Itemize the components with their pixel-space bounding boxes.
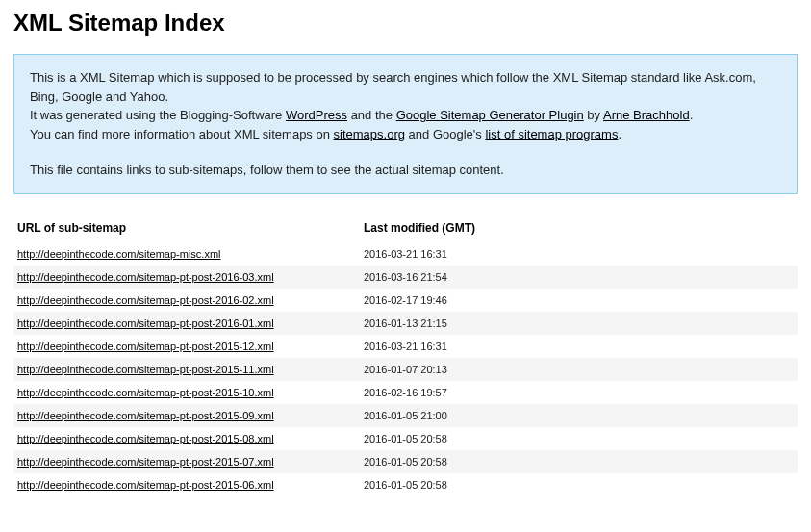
link-sitemaps-org[interactable]: sitemaps.org [334, 127, 405, 141]
info-text: . [690, 108, 694, 122]
cell-modified: 2016-03-16 21:54 [360, 266, 798, 289]
table-row: http://deepinthecode.com/sitemap-misc.xm… [13, 242, 798, 266]
sitemap-link[interactable]: http://deepinthecode.com/sitemap-pt-post… [17, 317, 274, 329]
cell-modified: 2016-01-05 20:58 [360, 473, 798, 496]
cell-url: http://deepinthecode.com/sitemap-pt-post… [13, 381, 360, 404]
sitemap-link[interactable]: http://deepinthecode.com/sitemap-pt-post… [17, 410, 274, 421]
cell-modified: 2016-03-21 16:31 [360, 335, 798, 358]
cell-modified: 2016-01-05 21:00 [360, 404, 798, 427]
info-text: and the [347, 108, 396, 122]
link-author[interactable]: Arne Brachhold [603, 108, 690, 122]
cell-modified: 2016-03-21 16:31 [360, 242, 798, 266]
table-row: http://deepinthecode.com/sitemap-pt-post… [13, 404, 798, 427]
sitemap-link[interactable]: http://deepinthecode.com/sitemap-misc.xm… [17, 248, 221, 260]
table-row: http://deepinthecode.com/sitemap-pt-post… [13, 358, 798, 381]
cell-url: http://deepinthecode.com/sitemap-misc.xm… [13, 242, 360, 266]
sitemap-link[interactable]: http://deepinthecode.com/sitemap-pt-post… [17, 294, 274, 306]
info-box: This is a XML Sitemap which is supposed … [13, 54, 798, 194]
table-row: http://deepinthecode.com/sitemap-pt-post… [13, 266, 798, 289]
table-row: http://deepinthecode.com/sitemap-pt-post… [13, 427, 798, 450]
info-line1: This is a XML Sitemap which is supposed … [30, 68, 781, 106]
link-google-sitemap-generator[interactable]: Google Sitemap Generator Plugin [396, 108, 584, 122]
cell-url: http://deepinthecode.com/sitemap-pt-post… [13, 289, 360, 312]
info-text: and Google's [405, 127, 485, 141]
table-row: http://deepinthecode.com/sitemap-pt-post… [13, 381, 798, 404]
table-row: http://deepinthecode.com/sitemap-pt-post… [13, 473, 798, 496]
cell-url: http://deepinthecode.com/sitemap-pt-post… [13, 266, 360, 289]
sitemap-link[interactable]: http://deepinthecode.com/sitemap-pt-post… [17, 433, 274, 444]
table-row: http://deepinthecode.com/sitemap-pt-post… [13, 450, 798, 473]
cell-modified: 2016-02-16 19:57 [360, 381, 798, 404]
table-row: http://deepinthecode.com/sitemap-pt-post… [13, 335, 798, 358]
info-text: You can find more information about XML … [30, 127, 334, 141]
table-row: http://deepinthecode.com/sitemap-pt-post… [13, 312, 798, 335]
cell-url: http://deepinthecode.com/sitemap-pt-post… [13, 404, 360, 427]
sitemap-table: URL of sub-sitemap Last modified (GMT) h… [13, 215, 798, 496]
sitemap-link[interactable]: http://deepinthecode.com/sitemap-pt-post… [17, 479, 274, 491]
link-list-programs[interactable]: list of sitemap programs [485, 127, 618, 141]
sitemap-link[interactable]: http://deepinthecode.com/sitemap-pt-post… [17, 341, 274, 352]
cell-modified: 2016-01-05 20:58 [360, 427, 798, 450]
col-header-url: URL of sub-sitemap [13, 215, 360, 242]
page-title: XML Sitemap Index [13, 10, 798, 37]
info-text: by [584, 108, 603, 122]
cell-url: http://deepinthecode.com/sitemap-pt-post… [13, 358, 360, 381]
col-header-modified: Last modified (GMT) [360, 215, 798, 242]
info-text: It was generated using the Blogging-Soft… [30, 108, 286, 122]
info-text: . [618, 127, 621, 141]
cell-url: http://deepinthecode.com/sitemap-pt-post… [13, 473, 360, 496]
info-line2: It was generated using the Blogging-Soft… [30, 106, 781, 125]
sitemap-link[interactable]: http://deepinthecode.com/sitemap-pt-post… [17, 364, 274, 375]
info-line4: This file contains links to sub-sitemaps… [30, 161, 781, 180]
cell-url: http://deepinthecode.com/sitemap-pt-post… [13, 312, 360, 335]
cell-url: http://deepinthecode.com/sitemap-pt-post… [13, 427, 360, 450]
sitemap-link[interactable]: http://deepinthecode.com/sitemap-pt-post… [17, 456, 274, 468]
cell-modified: 2016-01-05 20:58 [360, 450, 798, 473]
cell-modified: 2016-01-13 21:15 [360, 312, 798, 335]
sitemap-link[interactable]: http://deepinthecode.com/sitemap-pt-post… [17, 271, 274, 283]
cell-modified: 2016-01-07 20:13 [360, 358, 798, 381]
link-wordpress[interactable]: WordPress [286, 108, 347, 122]
sitemap-link[interactable]: http://deepinthecode.com/sitemap-pt-post… [17, 387, 274, 398]
info-line3: You can find more information about XML … [30, 125, 781, 144]
cell-modified: 2016-02-17 19:46 [360, 289, 798, 312]
table-row: http://deepinthecode.com/sitemap-pt-post… [13, 289, 798, 312]
cell-url: http://deepinthecode.com/sitemap-pt-post… [13, 335, 360, 358]
cell-url: http://deepinthecode.com/sitemap-pt-post… [13, 450, 360, 473]
